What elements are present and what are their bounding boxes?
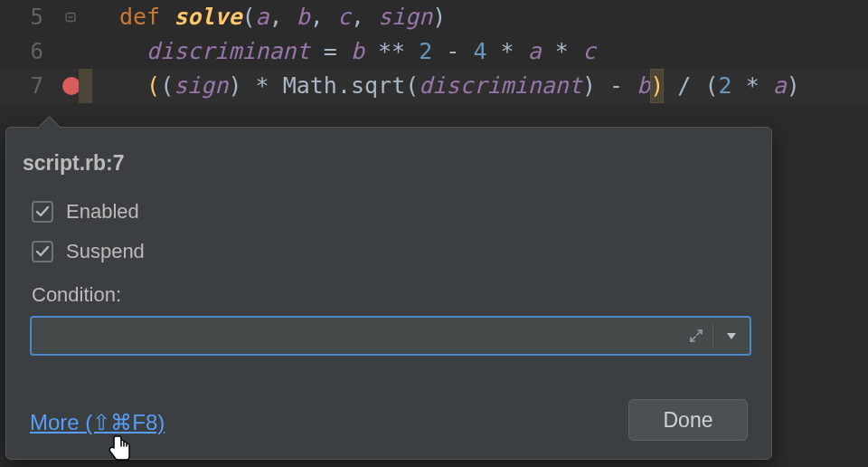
condition-field[interactable] (30, 316, 751, 356)
code-line: 7 ((sign) * Math.sqrt(discriminant) - b)… (0, 69, 868, 103)
suspend-checkbox-row[interactable]: Suspend (32, 240, 145, 263)
code-editor[interactable]: 5 def solve(a, b, c, sign) 6 discriminan… (0, 0, 868, 103)
enabled-label: Enabled (66, 200, 139, 224)
fold-icon[interactable] (43, 11, 99, 24)
done-button[interactable]: Done (628, 399, 748, 441)
condition-input[interactable] (32, 318, 680, 354)
suspend-label: Suspend (66, 240, 145, 263)
expand-icon[interactable] (680, 318, 712, 354)
condition-label: Condition: (32, 283, 121, 307)
code-line: 6 discriminant = b ** 2 - 4 * a * c (0, 34, 868, 69)
more-link[interactable]: More (⇧⌘F8) (30, 410, 165, 435)
line-number: 5 (0, 5, 43, 30)
code-text: ((sign) * Math.sqrt(discriminant) - b) /… (119, 69, 800, 103)
enabled-checkbox-row[interactable]: Enabled (32, 200, 139, 224)
svg-marker-4 (727, 333, 736, 339)
breakpoint-popup: script.rb:7 Enabled Suspend Condition: M… (5, 127, 772, 460)
code-text: def solve(a, b, c, sign) (119, 0, 446, 34)
checkbox-icon (32, 201, 53, 223)
popup-title: script.rb:7 (23, 151, 124, 176)
dropdown-icon[interactable] (713, 318, 750, 354)
code-line: 5 def solve(a, b, c, sign) (0, 0, 868, 34)
checkbox-icon (32, 241, 53, 262)
popup-arrow (37, 116, 61, 140)
line-number: 7 (0, 73, 43, 99)
line-number: 6 (0, 39, 43, 64)
gutter-highlight (79, 69, 92, 103)
code-text: discriminant = b ** 2 - 4 * a * c (119, 34, 596, 69)
